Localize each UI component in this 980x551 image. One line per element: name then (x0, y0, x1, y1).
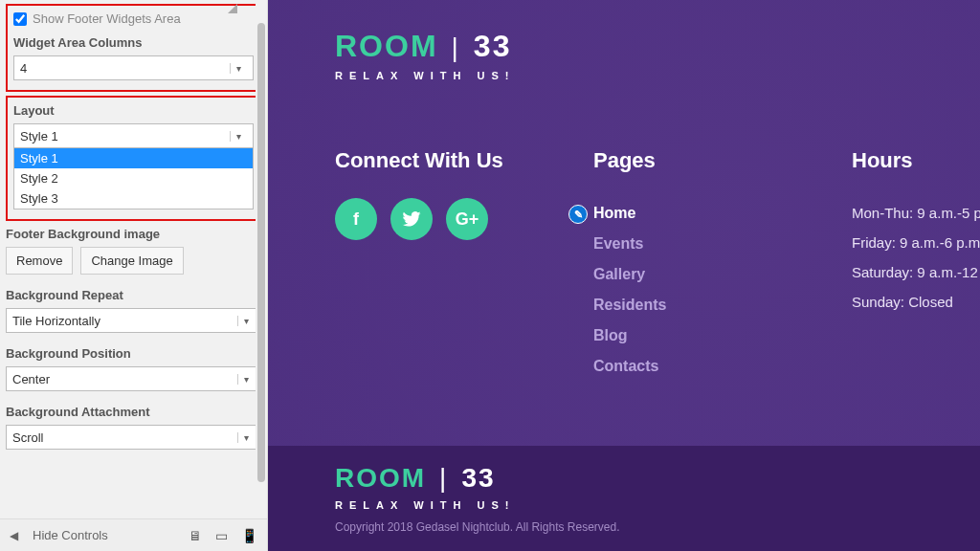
collapse-icon (10, 528, 25, 543)
pages-heading: Pages (593, 148, 852, 173)
site-tagline: RELAX WITH US! (335, 70, 980, 81)
site-logo: ROOM | 33 (335, 29, 980, 64)
layout-select[interactable]: Style 1 ▾ (13, 123, 254, 148)
layout-dropdown: Style 1 Style 2 Style 3 (13, 148, 254, 209)
facebook-icon[interactable]: f (335, 198, 377, 240)
footer-logo: ROOM | 33 (335, 463, 980, 494)
preview-pane: ROOM | 33 RELAX WITH US! Connect With Us… (268, 0, 980, 551)
customizer-sidebar: Show Footer Widgets Area Widget Area Col… (0, 0, 268, 551)
customizer-footer-bar: Hide Controls 🖥 ▭ 📱 (0, 518, 267, 551)
show-footer-widgets-label: Show Footer Widgets Area (33, 11, 181, 26)
tablet-icon[interactable]: ▭ (215, 528, 228, 543)
layout-option-style3[interactable]: Style 3 (14, 188, 253, 209)
chevron-down-icon: ▾ (230, 131, 247, 142)
chevron-down-icon: ▾ (237, 374, 255, 385)
hours-item: Sunday: Closed (852, 287, 980, 317)
hide-controls-label: Hide Controls (33, 528, 108, 542)
widget-columns-label: Widget Area Columns (13, 35, 254, 50)
bg-attachment-value: Scroll (12, 430, 44, 445)
highlight-box-layout: Layout Style 1 ▾ Style 1 Style 2 Style 3 (6, 96, 261, 221)
remove-button[interactable]: Remove (6, 247, 73, 275)
twitter-icon[interactable] (390, 198, 433, 240)
hours-item: Saturday: 9 a.m.-12 p (852, 257, 980, 287)
logo-text-33: 33 (474, 29, 512, 64)
footer-bottom-strip: ROOM | 33 RELAX WITH US! Copyright 2018 … (268, 446, 980, 551)
show-footer-widgets-checkbox[interactable] (13, 12, 27, 26)
bg-position-select[interactable]: Center ▾ (6, 366, 261, 391)
nav-item-gallery[interactable]: Gallery (593, 259, 852, 290)
mobile-icon[interactable]: 📱 (241, 528, 257, 543)
chevron-down-icon: ▾ (230, 63, 247, 74)
hours-item: Mon-Thu: 9 a.m.-5 p (852, 198, 980, 228)
hide-controls-button[interactable]: Hide Controls (10, 528, 108, 543)
widget-columns-value: 4 (20, 61, 27, 76)
layout-label: Layout (13, 103, 254, 118)
bg-position-value: Center (12, 372, 50, 386)
connect-heading: Connect With Us (335, 148, 593, 173)
bg-attachment-label: Background Attachment (6, 405, 261, 419)
sidebar-scrollbar[interactable] (256, 0, 267, 518)
nav-item-events[interactable]: Events (593, 229, 852, 259)
nav-item-contacts[interactable]: Contacts (593, 351, 852, 382)
nav-item-blog[interactable]: Blog (593, 320, 852, 351)
logo-separator: | (452, 33, 460, 63)
nav-item-home[interactable]: ✎ Home (593, 198, 852, 229)
bg-repeat-label: Background Repeat (6, 288, 261, 302)
highlight-box-widgets: Show Footer Widgets Area Widget Area Col… (6, 4, 261, 92)
copyright-text: Copyright 2018 Gedasel Nightclub. All Ri… (335, 520, 980, 534)
widget-columns-select[interactable]: 4 ▾ (13, 55, 254, 80)
hours-heading: Hours (852, 148, 980, 173)
bg-attachment-select[interactable]: Scroll ▾ (6, 425, 261, 450)
layout-option-style2[interactable]: Style 2 (14, 168, 253, 188)
chevron-down-icon: ▾ (237, 316, 255, 326)
desktop-icon[interactable]: 🖥 (189, 528, 202, 543)
chevron-down-icon: ▾ (237, 432, 255, 443)
nav-item-residents[interactable]: Residents (593, 290, 852, 320)
bg-repeat-select[interactable]: Tile Horizontally ▾ (6, 308, 261, 333)
logo-text-room: ROOM (335, 29, 438, 64)
layout-select-value: Style 1 (20, 129, 58, 143)
hours-item: Friday: 9 a.m.-6 p.m (852, 228, 980, 257)
change-image-button[interactable]: Change Image (80, 247, 183, 275)
textarea-resize-handle[interactable] (218, 0, 237, 13)
googleplus-icon[interactable]: G+ (446, 198, 488, 240)
layout-option-style1[interactable]: Style 1 (14, 148, 253, 168)
edit-pencil-icon[interactable]: ✎ (568, 205, 588, 224)
bg-repeat-value: Tile Horizontally (12, 314, 100, 328)
scroll-thumb[interactable] (257, 23, 265, 482)
footer-bg-label: Footer Background image (6, 227, 261, 241)
bg-position-label: Background Position (6, 346, 261, 361)
